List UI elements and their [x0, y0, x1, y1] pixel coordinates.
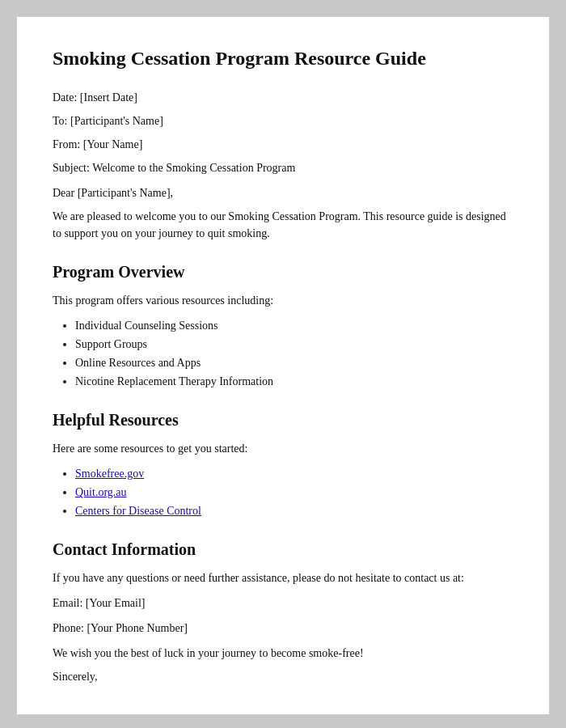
list-item: Nicotine Replacement Therapy Information — [75, 373, 513, 390]
resources-links-list: Smokefree.gov Quit.org.au Centers for Di… — [53, 465, 513, 519]
greeting-text: Dear [Participant's Name], — [53, 184, 513, 201]
quit-org-link[interactable]: Quit.org.au — [75, 486, 127, 498]
subject-line: Subject: Welcome to the Smoking Cessatio… — [53, 159, 513, 176]
smokefree-link[interactable]: Smokefree.gov — [75, 468, 144, 480]
list-item: Centers for Disease Control — [75, 502, 513, 519]
program-items-list: Individual Counseling Sessions Support G… — [53, 317, 513, 390]
contact-info-heading: Contact Information — [53, 537, 513, 561]
contact-intro: If you have any questions or need furthe… — [53, 569, 513, 586]
document-container: Smoking Cessation Program Resource Guide… — [16, 16, 550, 715]
program-overview-heading: Program Overview — [53, 260, 513, 284]
helpful-resources-intro: Here are some resources to get you start… — [53, 440, 513, 457]
sincerely-text: Sincerely, — [53, 668, 513, 685]
to-line: To: [Participant's Name] — [53, 112, 513, 129]
email-line: Email: [Your Email] — [53, 595, 513, 612]
list-item: Support Groups — [75, 336, 513, 353]
date-line: Date: [Insert Date] — [53, 89, 513, 106]
closing-wish: We wish you the best of luck in your jou… — [53, 645, 513, 662]
list-item: Online Resources and Apps — [75, 354, 513, 371]
helpful-resources-heading: Helpful Resources — [53, 408, 513, 432]
program-overview-intro: This program offers various resources in… — [53, 292, 513, 309]
phone-line: Phone: [Your Phone Number] — [53, 620, 513, 637]
intro-text: We are pleased to welcome you to our Smo… — [53, 208, 513, 242]
list-item: Quit.org.au — [75, 484, 513, 501]
list-item: Smokefree.gov — [75, 465, 513, 482]
from-line: From: [Your Name] — [53, 136, 513, 153]
list-item: Individual Counseling Sessions — [75, 317, 513, 334]
cdc-link[interactable]: Centers for Disease Control — [75, 505, 201, 517]
document-title: Smoking Cessation Program Resource Guide — [53, 46, 513, 71]
